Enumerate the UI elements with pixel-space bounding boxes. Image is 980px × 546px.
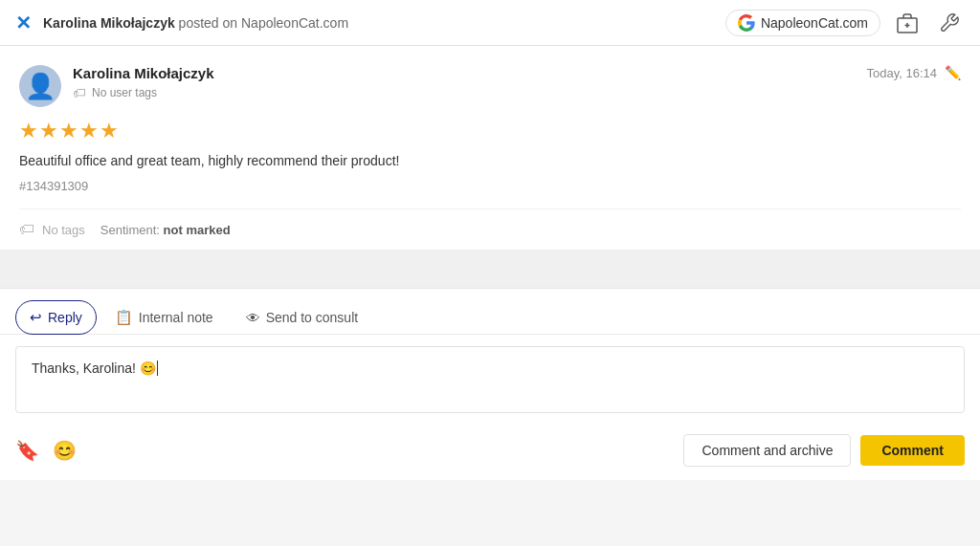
- avatar: 👤: [19, 65, 61, 107]
- reply-tabs: ↩ Reply 📋 Internal note 👁 Send to consul…: [0, 289, 980, 335]
- top-bar-username: Karolina Mikołajczyk: [43, 15, 175, 31]
- brand-badge[interactable]: NapoleonCat.com: [725, 10, 880, 36]
- gray-gap: [0, 250, 980, 288]
- reply-input-content: Thanks, Karolina! 😊: [32, 360, 156, 376]
- reply-panel: ↩ Reply 📋 Internal note 👁 Send to consul…: [0, 288, 980, 480]
- top-bar: ✕ Karolina Mikołajczyk posted on Napoleo…: [0, 0, 980, 46]
- consult-tab-icon: 👁: [246, 310, 260, 326]
- top-bar-right: NapoleonCat.com: [725, 8, 965, 38]
- no-user-tags-label: No user tags: [92, 86, 157, 99]
- reply-actions: 🔖 😊 Comment and archive Comment: [0, 425, 980, 480]
- review-header: 👤 Karolina Mikołajczyk 🏷 No user tags To…: [19, 65, 961, 107]
- close-icon[interactable]: ✕: [15, 11, 32, 34]
- brand-name: NapoleonCat.com: [761, 15, 868, 31]
- store-icon-btn[interactable]: [892, 8, 923, 38]
- avatar-icon: 👤: [25, 72, 56, 101]
- comment-and-archive-button[interactable]: Comment and archive: [683, 434, 851, 467]
- review-tags-bar: 🏷 No tags Sentiment: not marked: [19, 208, 961, 250]
- top-bar-posted-on: posted on: [179, 15, 241, 31]
- star-rating: ★★★★★: [19, 119, 961, 143]
- review-user: 👤 Karolina Mikołajczyk 🏷 No user tags: [19, 65, 214, 107]
- tag-icon: 🏷: [73, 85, 86, 100]
- reply-buttons: Comment and archive Comment: [683, 434, 965, 467]
- review-timestamp: Today, 16:14: [867, 66, 937, 80]
- tab-reply-label: Reply: [48, 310, 82, 325]
- no-tags-label: No tags: [42, 223, 85, 237]
- edit-icon[interactable]: ✏️: [945, 65, 961, 80]
- user-tags: 🏷 No user tags: [73, 85, 214, 100]
- reply-tools: 🔖 😊: [15, 439, 77, 462]
- scroll-area[interactable]: 👤 Karolina Mikołajczyk 🏷 No user tags To…: [0, 46, 980, 546]
- user-name: Karolina Mikołajczyk: [73, 65, 214, 81]
- review-meta: Today, 16:14 ✏️: [867, 65, 961, 80]
- reply-input-wrapper: Thanks, Karolina! 😊: [0, 346, 980, 413]
- comment-button[interactable]: Comment: [860, 435, 965, 466]
- tab-internal-note[interactable]: 📋 Internal note: [100, 300, 228, 335]
- top-bar-left: ✕ Karolina Mikołajczyk posted on Napoleo…: [15, 11, 725, 34]
- reply-tab-icon: ↩: [30, 309, 42, 326]
- tab-send-to-consult-label: Send to consult: [266, 310, 359, 325]
- tab-send-to-consult[interactable]: 👁 Send to consult: [232, 301, 373, 335]
- reply-text-input[interactable]: Thanks, Karolina! 😊: [15, 346, 965, 413]
- review-text: Beautiful office and great team, highly …: [19, 151, 961, 171]
- user-info: Karolina Mikołajczyk 🏷 No user tags: [73, 65, 214, 100]
- google-icon: [738, 14, 755, 32]
- sentiment-label: Sentiment: not marked: [100, 223, 231, 237]
- wrench-icon: [939, 12, 960, 33]
- wrench-icon-btn[interactable]: [934, 8, 965, 38]
- top-bar-title: Karolina Mikołajczyk posted on NapoleonC…: [43, 15, 348, 31]
- tags-icon: 🏷: [19, 221, 34, 238]
- sentiment-value: not marked: [164, 223, 231, 237]
- bookmark-icon[interactable]: 🔖: [15, 439, 39, 462]
- top-bar-site: NapoleonCat.com: [241, 15, 348, 31]
- note-tab-icon: 📋: [115, 309, 133, 326]
- review-id: #134391309: [19, 179, 961, 193]
- review-card: 👤 Karolina Mikołajczyk 🏷 No user tags To…: [0, 46, 980, 250]
- tab-reply[interactable]: ↩ Reply: [15, 300, 97, 335]
- emoji-icon[interactable]: 😊: [53, 439, 77, 462]
- cursor: [157, 360, 159, 376]
- main-content: 👤 Karolina Mikołajczyk 🏷 No user tags To…: [0, 46, 980, 546]
- tab-internal-note-label: Internal note: [139, 310, 213, 325]
- store-icon: [896, 11, 919, 34]
